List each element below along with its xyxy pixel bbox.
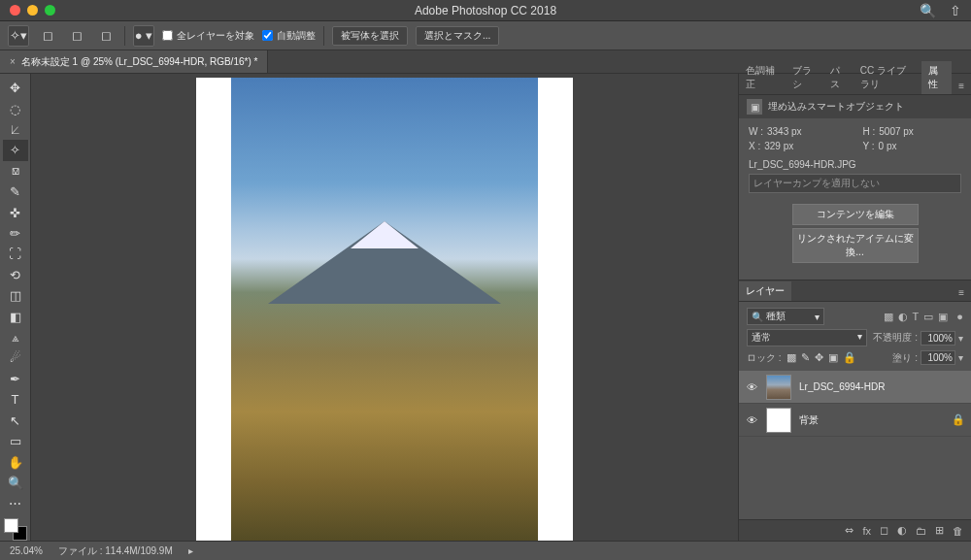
layer-row[interactable]: 👁 Lr_DSC_6994-HDR bbox=[739, 371, 971, 404]
convert-linked-button[interactable]: リンクされたアイテムに変換... bbox=[792, 228, 919, 263]
filter-toggle-icon[interactable]: ● bbox=[956, 311, 963, 322]
layers-panel-menu-icon[interactable]: ≡ bbox=[952, 284, 971, 301]
eraser-tool-icon[interactable]: ◫ bbox=[3, 285, 28, 306]
edit-contents-button[interactable]: コンテンツを編集 bbox=[792, 204, 919, 225]
artboard bbox=[196, 78, 573, 541]
filter-smartobj-icon[interactable]: ▣ bbox=[938, 311, 948, 323]
height-value[interactable]: 5007 px bbox=[879, 126, 914, 137]
canvas-area[interactable] bbox=[31, 74, 738, 541]
intersect-selection-icon[interactable]: ◻ bbox=[95, 25, 117, 47]
close-tab-icon[interactable]: × bbox=[10, 56, 16, 67]
blur-tool-icon[interactable]: ⟁ bbox=[3, 327, 28, 347]
filter-pixel-icon[interactable]: ▩ bbox=[884, 311, 893, 323]
layer-row[interactable]: 👁 背景 🔒 bbox=[739, 404, 971, 437]
y-value[interactable]: 0 px bbox=[879, 141, 897, 151]
tab-layers[interactable]: レイヤー bbox=[739, 281, 791, 301]
zoom-tool-icon[interactable]: 🔍 bbox=[3, 473, 28, 493]
dodge-tool-icon[interactable]: ☄ bbox=[3, 347, 28, 368]
width-label: W : bbox=[749, 126, 763, 137]
lock-artboard-icon[interactable]: ▣ bbox=[828, 351, 838, 364]
lock-position-icon[interactable]: ✥ bbox=[815, 351, 823, 364]
tab-paths[interactable]: パス bbox=[823, 61, 854, 94]
layer-name[interactable]: Lr_DSC_6994-HDR bbox=[799, 381, 965, 392]
brush-size-icon[interactable]: ● ▾ bbox=[133, 25, 154, 47]
layer-thumbnail[interactable] bbox=[766, 408, 791, 433]
tab-properties[interactable]: 属性 bbox=[921, 61, 952, 94]
select-and-mask-button[interactable]: 選択とマスク... bbox=[416, 26, 499, 46]
opacity-input[interactable] bbox=[921, 331, 955, 346]
eyedropper-tool-icon[interactable]: ✎ bbox=[3, 181, 28, 202]
fill-chevron-icon[interactable]: ▾ bbox=[958, 352, 963, 363]
adjustment-layer-icon[interactable]: ◐ bbox=[897, 524, 907, 537]
fill-input[interactable] bbox=[921, 350, 955, 365]
healing-brush-tool-icon[interactable]: ✜ bbox=[3, 202, 28, 222]
move-tool-icon[interactable]: ✥ bbox=[3, 78, 28, 98]
layer-comp-dropdown[interactable]: レイヤーカンプを適用しない bbox=[749, 174, 961, 193]
rectangle-tool-icon[interactable]: ▭ bbox=[3, 431, 28, 451]
color-swatches[interactable] bbox=[4, 518, 27, 541]
pen-tool-icon[interactable]: ✒ bbox=[3, 369, 28, 389]
opacity-label: 不透明度 : bbox=[873, 331, 918, 345]
close-window-button[interactable] bbox=[10, 5, 20, 16]
layer-name[interactable]: 背景 bbox=[799, 413, 944, 427]
lock-transparency-icon[interactable]: ▩ bbox=[787, 351, 796, 364]
search-icon[interactable]: 🔍 bbox=[920, 3, 936, 18]
clone-stamp-tool-icon[interactable]: ⛶ bbox=[3, 244, 28, 264]
layer-list: 👁 Lr_DSC_6994-HDR 👁 背景 🔒 bbox=[739, 371, 971, 519]
edit-toolbar-icon[interactable]: ⋯ bbox=[3, 493, 28, 513]
options-bar: ✧▾ ◻ ◻ ◻ ● ▾ 全レイヤーを対象 自動調整 被写体を選択 選択とマスク… bbox=[0, 21, 971, 50]
lock-image-icon[interactable]: ✎ bbox=[801, 351, 810, 364]
history-brush-tool-icon[interactable]: ⟲ bbox=[3, 265, 28, 285]
layers-footer: ⇔ fx ◻ ◐ 🗀 ⊞ 🗑 bbox=[739, 519, 971, 541]
blend-mode-select[interactable]: 通常 ▾ bbox=[747, 329, 867, 346]
x-value[interactable]: 329 px bbox=[764, 141, 793, 151]
auto-adjust-checkbox[interactable]: 自動調整 bbox=[262, 29, 316, 43]
hand-tool-icon[interactable]: ✋ bbox=[3, 451, 28, 472]
tool-preset-icon[interactable]: ✧▾ bbox=[8, 25, 29, 47]
tab-cc-libraries[interactable]: CC ライブラリ bbox=[854, 61, 922, 94]
gradient-tool-icon[interactable]: ◧ bbox=[3, 306, 28, 326]
status-chevron-icon[interactable]: ▸ bbox=[188, 545, 193, 556]
layer-group-icon[interactable]: 🗀 bbox=[916, 525, 926, 537]
minimize-window-button[interactable] bbox=[27, 5, 38, 16]
new-layer-icon[interactable]: ⊞ bbox=[935, 524, 944, 537]
maximize-window-button[interactable] bbox=[45, 5, 55, 16]
path-selection-tool-icon[interactable]: ↖ bbox=[3, 411, 28, 431]
lasso-tool-icon[interactable]: ⟀ bbox=[3, 119, 28, 140]
crop-tool-icon[interactable]: ⟏ bbox=[3, 161, 28, 181]
foreground-color-swatch[interactable] bbox=[4, 518, 18, 533]
properties-header: 埋め込みスマートオブジェクト bbox=[768, 100, 904, 114]
select-subject-button[interactable]: 被写体を選択 bbox=[332, 26, 408, 46]
tab-brush[interactable]: ブラシ bbox=[786, 61, 823, 94]
file-size-info[interactable]: ファイル : 114.4M/109.9M bbox=[58, 544, 173, 558]
app-title: Adobe Photoshop CC 2018 bbox=[415, 4, 556, 17]
tab-color-correction[interactable]: 色調補正 bbox=[739, 61, 786, 94]
filter-shape-icon[interactable]: ▭ bbox=[923, 311, 933, 323]
layer-filter-type[interactable]: 🔍種類 ▾ bbox=[747, 308, 824, 325]
opacity-chevron-icon[interactable]: ▾ bbox=[958, 333, 963, 344]
width-value[interactable]: 3343 px bbox=[767, 126, 802, 137]
layer-thumbnail[interactable] bbox=[766, 375, 791, 400]
layer-style-icon[interactable]: fx bbox=[862, 525, 871, 537]
lock-all-icon[interactable]: 🔒 bbox=[843, 351, 856, 364]
document-tab[interactable]: × 名称未設定 1 @ 25% (Lr_DSC_6994-HDR, RGB/16… bbox=[0, 50, 268, 73]
document-tab-title: 名称未設定 1 @ 25% (Lr_DSC_6994-HDR, RGB/16*)… bbox=[21, 55, 258, 69]
subtract-selection-icon[interactable]: ◻ bbox=[66, 25, 87, 47]
share-icon[interactable]: ⇧ bbox=[950, 3, 961, 18]
filter-adjustment-icon[interactable]: ◐ bbox=[898, 311, 908, 323]
filter-type-icon[interactable]: T bbox=[913, 311, 920, 322]
add-selection-icon[interactable]: ◻ bbox=[37, 25, 58, 47]
visibility-toggle-icon[interactable]: 👁 bbox=[745, 414, 758, 426]
visibility-toggle-icon[interactable]: 👁 bbox=[745, 381, 758, 393]
brush-tool-icon[interactable]: ✏ bbox=[3, 223, 28, 244]
titlebar: Adobe Photoshop CC 2018 🔍 ⇧ bbox=[0, 0, 971, 21]
layer-mask-icon[interactable]: ◻ bbox=[880, 524, 888, 537]
zoom-level[interactable]: 25.04% bbox=[10, 545, 43, 556]
link-layers-icon[interactable]: ⇔ bbox=[845, 524, 854, 537]
quick-selection-tool-icon[interactable]: ✧ bbox=[3, 140, 28, 160]
marquee-tool-icon[interactable]: ◌ bbox=[3, 98, 28, 118]
type-tool-icon[interactable]: T bbox=[3, 389, 28, 410]
panel-menu-icon[interactable]: ≡ bbox=[952, 78, 971, 94]
delete-layer-icon[interactable]: 🗑 bbox=[953, 525, 963, 537]
all-layers-checkbox[interactable]: 全レイヤーを対象 bbox=[162, 29, 254, 43]
